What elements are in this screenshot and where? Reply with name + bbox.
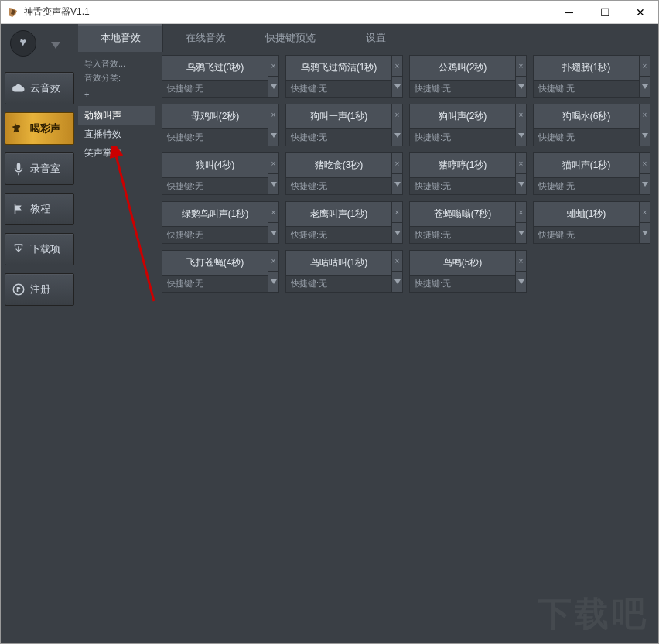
sound-name: 乌鸦飞过(3秒)	[162, 56, 268, 80]
nav-cloud-sound[interactable]: 云音效	[5, 72, 74, 104]
remove-sound-button[interactable]: ×	[268, 56, 278, 77]
hotkey-label: 快捷键:无	[410, 80, 515, 97]
run-button[interactable]	[10, 30, 36, 57]
sound-card[interactable]: 蛐蛐(1秒)快捷键:无×	[533, 201, 650, 244]
maximize-button[interactable]: ☐	[587, 1, 623, 24]
nav-register[interactable]: 注册	[5, 273, 74, 306]
app-window: 神舌变声器V1.1 ─ ☐ ✕ 云音效 喝彩声	[0, 0, 659, 644]
content-row: 导入音效... 音效分类: + 动物叫声 直播特效 笑声掌声 乌鸦飞过(3秒)快…	[78, 52, 658, 643]
sound-card[interactable]: 鸟鸣(5秒)快捷键:无×	[409, 250, 527, 293]
sound-card[interactable]: 鸟咕咕叫(1秒)快捷键:无×	[285, 250, 403, 293]
sound-menu-button[interactable]	[391, 174, 402, 194]
titlebar: 神舌变声器V1.1 ─ ☐ ✕	[1, 1, 658, 24]
sound-card[interactable]: 公鸡叫(2秒)快捷键:无×	[409, 55, 527, 98]
clap-icon	[12, 122, 26, 135]
sound-card[interactable]: 猪哼哼(1秒)快捷键:无×	[409, 152, 527, 195]
remove-sound-button[interactable]: ×	[639, 153, 650, 174]
sound-name: 狗喝水(6秒)	[534, 104, 639, 128]
sound-card[interactable]: 乌鸦飞过(3秒)快捷键:无×	[162, 55, 279, 98]
close-button[interactable]: ✕	[623, 1, 658, 24]
category-laugh-clap[interactable]: 笑声掌声	[78, 143, 155, 162]
dropdown-button[interactable]	[43, 32, 69, 58]
nav-downloads[interactable]: 下载项	[5, 233, 74, 265]
sound-menu-button[interactable]	[391, 125, 402, 146]
tab-local-sound[interactable]: 本地音效	[78, 24, 163, 52]
triangle-down-icon	[518, 279, 524, 284]
remove-sound-button[interactable]: ×	[639, 56, 650, 77]
nav-applause[interactable]: 喝彩声	[5, 112, 74, 145]
download-icon	[12, 242, 26, 256]
remove-sound-button[interactable]: ×	[268, 104, 278, 125]
sound-name: 猫叫声(1秒)	[534, 153, 639, 177]
sound-card[interactable]: 狗喝水(6秒)快捷键:无×	[533, 104, 650, 146]
sound-menu-button[interactable]	[515, 125, 526, 146]
sound-card[interactable]: 扑翅膀(1秒)快捷键:无×	[533, 55, 650, 98]
sound-card[interactable]: 狼叫(4秒)快捷键:无×	[162, 152, 279, 195]
triangle-down-icon	[518, 84, 524, 89]
triangle-down-icon	[518, 231, 524, 235]
sound-card[interactable]: 乌鸦飞过简洁(1秒)快捷键:无×	[285, 55, 403, 98]
sound-grid: 乌鸦飞过(3秒)快捷键:无×乌鸦飞过简洁(1秒)快捷键:无×公鸡叫(2秒)快捷键…	[155, 52, 658, 643]
remove-sound-button[interactable]: ×	[391, 104, 402, 125]
nav-record[interactable]: 录音室	[5, 152, 74, 185]
tab-hotkey-preview[interactable]: 快捷键预览	[248, 24, 333, 52]
sound-card[interactable]: 飞打苍蝇(4秒)快捷键:无×	[162, 250, 279, 293]
remove-sound-button[interactable]: ×	[515, 153, 526, 174]
remove-sound-button[interactable]: ×	[268, 251, 278, 272]
sound-card[interactable]: 老鹰叫声(1秒)快捷键:无×	[285, 201, 403, 244]
triangle-down-icon	[642, 133, 648, 138]
triangle-down-icon	[394, 231, 401, 235]
sound-card[interactable]: 母鸡叫(2秒)快捷键:无×	[162, 104, 279, 146]
tab-settings[interactable]: 设置	[333, 24, 418, 52]
remove-sound-button[interactable]: ×	[515, 251, 526, 272]
remove-sound-button[interactable]: ×	[639, 202, 650, 223]
sound-menu-button[interactable]	[268, 272, 278, 292]
sound-card[interactable]: 猪吃食(3秒)快捷键:无×	[285, 152, 403, 195]
nav-tutorial[interactable]: 教程	[5, 193, 74, 225]
sound-name: 鸟鸣(5秒)	[410, 251, 515, 275]
remove-sound-button[interactable]: ×	[515, 202, 526, 223]
sound-menu-button[interactable]	[639, 77, 650, 97]
sound-menu-button[interactable]	[268, 174, 278, 194]
hotkey-label: 快捷键:无	[286, 80, 391, 97]
sound-menu-button[interactable]	[268, 223, 278, 243]
remove-sound-button[interactable]: ×	[391, 251, 402, 272]
sound-menu-button[interactable]	[391, 272, 402, 292]
remove-sound-button[interactable]: ×	[515, 104, 526, 125]
minimize-button[interactable]: ─	[551, 1, 587, 24]
triangle-down-icon	[642, 182, 648, 187]
sound-menu-button[interactable]	[639, 223, 650, 243]
nav-label: 教程	[30, 202, 50, 216]
remove-sound-button[interactable]: ×	[515, 56, 526, 77]
hotkey-label: 快捷键:无	[410, 177, 515, 194]
sound-menu-button[interactable]	[639, 125, 650, 146]
sound-name: 猪吃食(3秒)	[286, 153, 391, 177]
sound-menu-button[interactable]	[391, 223, 402, 243]
sound-card[interactable]: 狗叫一声(1秒)快捷键:无×	[285, 104, 403, 146]
sound-menu-button[interactable]	[515, 272, 526, 292]
sound-menu-button[interactable]	[268, 125, 278, 146]
import-sound-link[interactable]: 导入音效...	[84, 57, 149, 70]
tab-online-sound[interactable]: 在线音效	[163, 24, 248, 52]
remove-sound-button[interactable]: ×	[391, 153, 402, 174]
sound-card[interactable]: 猫叫声(1秒)快捷键:无×	[533, 152, 650, 195]
nav-label: 下载项	[30, 242, 60, 256]
sound-menu-button[interactable]	[515, 77, 526, 97]
sound-card[interactable]: 绿鹦鸟叫声(1秒)快捷键:无×	[162, 201, 279, 244]
hotkey-label: 快捷键:无	[162, 226, 268, 243]
sound-menu-button[interactable]	[515, 174, 526, 194]
sound-menu-button[interactable]	[639, 174, 650, 194]
sound-card[interactable]: 狗叫声(2秒)快捷键:无×	[409, 104, 527, 146]
remove-sound-button[interactable]: ×	[639, 104, 650, 125]
sound-menu-button[interactable]	[268, 77, 278, 97]
remove-sound-button[interactable]: ×	[391, 202, 402, 223]
sound-menu-button[interactable]	[515, 223, 526, 243]
category-animal[interactable]: 动物叫声	[78, 106, 155, 125]
add-category-button[interactable]: +	[84, 87, 149, 101]
sound-card[interactable]: 苍蝇嗡嗡(7秒)快捷键:无×	[409, 201, 527, 244]
remove-sound-button[interactable]: ×	[268, 153, 278, 174]
remove-sound-button[interactable]: ×	[391, 56, 402, 77]
category-live-fx[interactable]: 直播特效	[78, 125, 155, 143]
remove-sound-button[interactable]: ×	[268, 202, 278, 223]
sound-menu-button[interactable]	[391, 77, 402, 97]
